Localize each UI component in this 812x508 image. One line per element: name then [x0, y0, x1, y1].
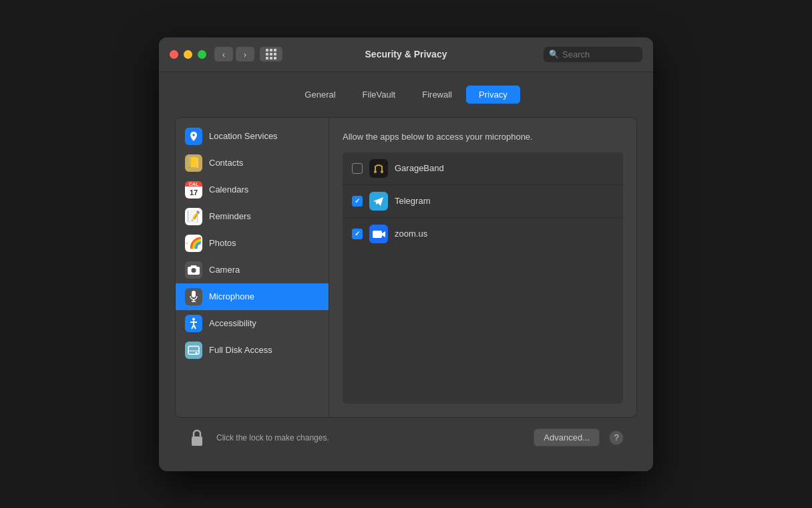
- zoom-name: zoom.us: [395, 229, 427, 239]
- titlebar: ‹ › Security & Privacy 🔍: [159, 37, 653, 72]
- grid-icon: [266, 49, 276, 59]
- app-item-zoom[interactable]: zoom.us: [343, 218, 623, 250]
- tabs-container: General FileVault Firewall Privacy: [175, 86, 637, 104]
- sidebar-item-microphone[interactable]: Microphone: [176, 283, 329, 310]
- sidebar-label-microphone: Microphone: [209, 291, 254, 301]
- photos-icon: 🌈: [185, 235, 202, 252]
- telegram-name: Telegram: [395, 196, 430, 206]
- sidebar-item-reminders[interactable]: 📝 Reminders: [176, 203, 329, 230]
- lock-icon[interactable]: [188, 428, 207, 447]
- fulldisk-icon: [185, 342, 202, 359]
- zoom-checkbox[interactable]: [352, 229, 363, 239]
- app-item-telegram[interactable]: Telegram: [343, 185, 623, 218]
- forward-button[interactable]: ›: [236, 47, 254, 61]
- sidebar: Location Services 📒 Contacts CAL 17 Cale…: [176, 118, 329, 417]
- maximize-button[interactable]: [198, 50, 206, 59]
- accessibility-icon: [185, 315, 202, 332]
- sidebar-label-reminders: Reminders: [209, 211, 251, 221]
- garageband-icon: [369, 159, 388, 178]
- search-input[interactable]: [562, 49, 637, 59]
- svg-point-15: [381, 170, 383, 173]
- sidebar-item-accessibility[interactable]: Accessibility: [176, 310, 329, 337]
- advanced-button[interactable]: Advanced...: [534, 428, 600, 447]
- svg-line-9: [194, 325, 196, 329]
- tab-filevault[interactable]: FileVault: [350, 86, 409, 104]
- svg-rect-2: [192, 291, 196, 297]
- sidebar-item-calendars[interactable]: CAL 17 Calendars: [176, 176, 329, 203]
- nav-buttons: ‹ ›: [214, 47, 282, 61]
- svg-point-12: [196, 352, 198, 354]
- svg-rect-19: [192, 436, 202, 446]
- svg-rect-10: [188, 346, 199, 354]
- sidebar-item-fulldisk[interactable]: Full Disk Access: [176, 337, 329, 364]
- app-list: GarageBand Telegram: [343, 152, 623, 404]
- svg-rect-18: [373, 231, 382, 238]
- search-box[interactable]: 🔍: [544, 47, 642, 62]
- sidebar-label-camera: Camera: [209, 265, 240, 275]
- location-icon: [185, 128, 202, 145]
- reminders-icon: 📝: [185, 208, 202, 225]
- window-title: Security & Privacy: [365, 49, 447, 59]
- zoom-icon: [369, 225, 388, 243]
- garageband-name: GarageBand: [395, 163, 444, 173]
- tab-general[interactable]: General: [292, 86, 348, 104]
- telegram-checkbox[interactable]: [352, 196, 363, 207]
- sidebar-label-fulldisk: Full Disk Access: [209, 345, 272, 355]
- microphone-icon: [185, 288, 202, 305]
- close-button[interactable]: [170, 50, 178, 59]
- tab-privacy[interactable]: Privacy: [466, 86, 520, 104]
- main-panel: Location Services 📒 Contacts CAL 17 Cale…: [175, 117, 637, 418]
- grid-button[interactable]: [260, 47, 282, 61]
- right-panel: Allow the apps below to access your micr…: [329, 118, 636, 417]
- bottom-bar: Click the lock to make changes. Advanced…: [175, 418, 637, 458]
- sidebar-item-camera[interactable]: Camera: [176, 257, 329, 283]
- sidebar-label-contacts: Contacts: [209, 158, 243, 168]
- help-button[interactable]: ?: [609, 430, 624, 445]
- garageband-checkbox[interactable]: [352, 163, 363, 174]
- lock-text: Click the lock to make changes.: [216, 433, 524, 442]
- camera-icon: [185, 261, 202, 279]
- search-icon: 🔍: [549, 49, 559, 59]
- tab-firewall[interactable]: Firewall: [409, 86, 465, 104]
- panel-description: Allow the apps below to access your micr…: [343, 131, 623, 143]
- sidebar-item-photos[interactable]: 🌈 Photos: [176, 230, 329, 257]
- back-button[interactable]: ‹: [214, 47, 233, 61]
- app-item-garageband[interactable]: GarageBand: [343, 152, 623, 185]
- sidebar-label-photos: Photos: [209, 238, 236, 248]
- sidebar-label-accessibility: Accessibility: [209, 318, 256, 328]
- svg-rect-13: [370, 160, 387, 177]
- minimize-button[interactable]: [184, 50, 192, 59]
- contacts-icon: 📒: [185, 154, 202, 172]
- sidebar-label-location: Location Services: [209, 131, 278, 141]
- sidebar-item-contacts[interactable]: 📒 Contacts: [176, 150, 329, 176]
- calendars-icon: CAL 17: [185, 181, 202, 199]
- content-area: General FileVault Firewall Privacy Locat…: [159, 72, 653, 471]
- traffic-lights: [170, 50, 206, 59]
- sidebar-label-calendars: Calendars: [209, 184, 248, 195]
- svg-point-5: [192, 318, 195, 320]
- main-window: ‹ › Security & Privacy 🔍 General FileVau…: [159, 37, 653, 471]
- svg-point-14: [374, 170, 377, 173]
- telegram-icon: [369, 192, 388, 211]
- sidebar-item-location[interactable]: Location Services: [176, 123, 329, 150]
